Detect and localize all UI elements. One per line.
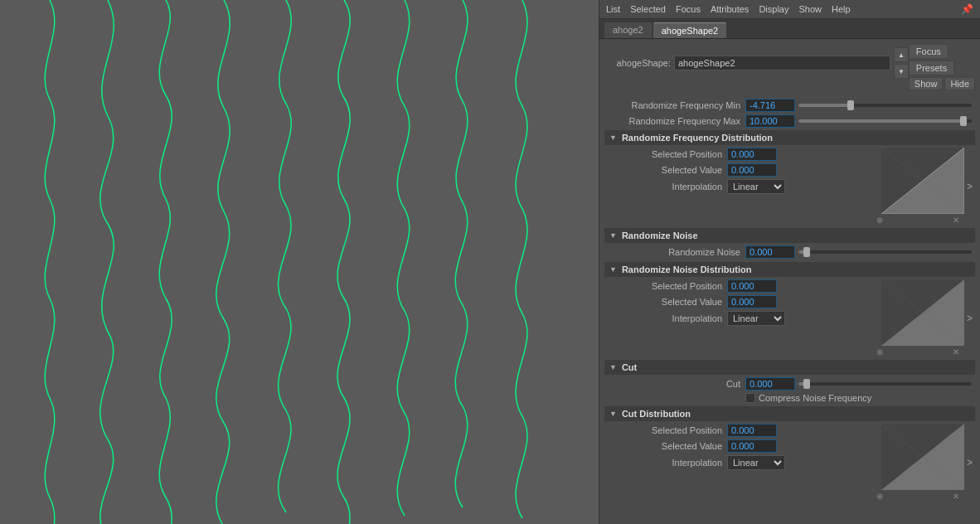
dist-graph-1[interactable] — [881, 148, 964, 214]
cut-dist-header[interactable]: ▼ Cut Distribution — [604, 406, 975, 421]
sel-val-1-input[interactable] — [727, 163, 777, 177]
interp-1-row: Interpolation Linear — [611, 179, 876, 194]
graph-arrow-3[interactable]: > — [964, 457, 975, 468]
rand-noise-slider[interactable] — [798, 250, 972, 254]
graph-person-icon-2[interactable]: ⊕ — [876, 347, 883, 357]
menu-list[interactable]: List — [606, 4, 620, 14]
shape-input[interactable] — [674, 56, 890, 70]
sel-val-3-input[interactable] — [727, 439, 777, 453]
tab-ahogeshape2[interactable]: ahogeShape2 — [653, 22, 727, 38]
hide-button[interactable]: Hide — [944, 77, 975, 90]
graph-arrow-2[interactable]: > — [964, 313, 975, 324]
cut-param-row: Cut — [604, 377, 975, 391]
rand-freq-dist-body: Selected Position Selected Value Interpo… — [604, 148, 975, 225]
copy-down-icon[interactable]: ▼ — [894, 64, 909, 79]
interp-3-row: Interpolation Linear — [611, 455, 876, 470]
graph-bottom-icons-2: ⊕ ✕ — [876, 347, 959, 357]
graph-person-icon-3[interactable]: ⊕ — [876, 492, 883, 501]
interp-2-select[interactable]: Linear — [727, 311, 785, 326]
dist-params-3: Selected Position Selected Value Interpo… — [611, 424, 876, 473]
sel-val-2-input[interactable] — [727, 295, 777, 308]
graph-with-arrow-3: ⊕ ✕ > — [876, 424, 975, 501]
cut-slider[interactable] — [798, 382, 972, 386]
rand-noise-dist-arrow: ▼ — [609, 265, 617, 274]
interp-1-label: Interpolation — [611, 182, 727, 192]
rand-freq-dist-title: Randomize Frequency Distribution — [622, 133, 773, 143]
graph-x-icon-1[interactable]: ✕ — [953, 216, 959, 225]
graph-arrow-1[interactable]: > — [964, 181, 975, 192]
tab-ahoge2[interactable]: ahoge2 — [604, 22, 652, 38]
rand-freq-min-input[interactable] — [745, 99, 795, 112]
tabs-bar: ahoge2 ahogeShape2 — [599, 19, 980, 39]
canvas-svg — [0, 0, 599, 524]
rand-noise-arrow: ▼ — [609, 231, 617, 240]
cut-dist-body: Selected Position Selected Value Interpo… — [604, 424, 975, 501]
sel-val-2-label: Selected Value — [611, 297, 727, 307]
rand-freq-max-row: Randomize Frequency Max — [604, 114, 975, 128]
interp-3-select[interactable]: Linear — [727, 455, 785, 470]
rand-freq-dist-header[interactable]: ▼ Randomize Frequency Distribution — [604, 130, 975, 145]
rand-noise-header[interactable]: ▼ Randomize Noise — [604, 228, 975, 243]
sel-val-3-label: Selected Value — [611, 441, 727, 451]
cut-title: Cut — [622, 362, 637, 372]
sel-pos-3-input[interactable] — [727, 424, 777, 437]
cut-dist-section: ▼ Cut Distribution Selected Position Sel… — [604, 406, 975, 501]
sel-val-3-row: Selected Value — [611, 439, 876, 453]
menu-attributes[interactable]: Attributes — [711, 4, 749, 14]
rand-noise-dist-header[interactable]: ▼ Randomize Noise Distribution — [604, 262, 975, 277]
rand-freq-max-slider[interactable] — [798, 119, 972, 123]
graph-x-icon-2[interactable]: ✕ — [953, 347, 959, 357]
rand-noise-dist-section: ▼ Randomize Noise Distribution Selected … — [604, 262, 975, 357]
sel-pos-2-input[interactable] — [727, 279, 777, 293]
menu-selected[interactable]: Selected — [630, 4, 666, 14]
interp-1-select[interactable]: Linear — [727, 179, 785, 194]
rand-noise-dist-body: Selected Position Selected Value Interpo… — [604, 279, 975, 357]
graph-wrapper-1: ⊕ ✕ — [876, 148, 964, 225]
rand-freq-min-row: Randomize Frequency Min — [604, 99, 975, 112]
sel-pos-1-input[interactable] — [727, 148, 777, 161]
sel-val-2-row: Selected Value — [611, 295, 876, 308]
rand-freq-dist-section: ▼ Randomize Frequency Distribution Selec… — [604, 130, 975, 225]
cut-dist-title: Cut Distribution — [622, 409, 691, 419]
rand-freq-min-slider[interactable] — [798, 104, 972, 107]
menu-help[interactable]: Help — [832, 4, 851, 14]
copy-up-icon[interactable]: ▲ — [894, 47, 909, 62]
pin-icon[interactable]: 📌 — [961, 3, 973, 15]
menu-bar: List Selected Focus Attributes Display S… — [599, 0, 980, 19]
presets-button[interactable]: Presets — [909, 61, 954, 75]
rand-noise-title: Randomize Noise — [622, 230, 698, 240]
cut-input[interactable] — [745, 377, 795, 391]
graph-x-icon-3[interactable]: ✕ — [953, 492, 959, 501]
dist-params-2: Selected Position Selected Value Interpo… — [611, 279, 876, 328]
rand-freq-max-input[interactable] — [745, 114, 795, 128]
cut-section: ▼ Cut Cut Compress Noise Frequency — [604, 360, 975, 403]
focus-button[interactable]: Focus — [909, 44, 948, 59]
sel-pos-1-label: Selected Position — [611, 149, 727, 159]
show-button[interactable]: Show — [909, 77, 944, 90]
sel-val-1-row: Selected Value — [611, 163, 876, 177]
interp-2-row: Interpolation Linear — [611, 311, 876, 326]
panel-content[interactable]: ahogeShape: ▲ ▼ Focus Presets Show Hide — [599, 39, 980, 524]
rand-noise-dist-title: Randomize Noise Distribution — [622, 264, 751, 274]
cut-dist-arrow: ▼ — [609, 410, 617, 418]
graph-with-arrow-2: ⊕ ✕ > — [876, 279, 975, 357]
cut-header[interactable]: ▼ Cut — [604, 360, 975, 375]
right-panel: List Selected Focus Attributes Display S… — [599, 0, 980, 524]
menu-display[interactable]: Display — [759, 4, 788, 14]
interp-2-label: Interpolation — [611, 313, 727, 323]
menu-focus[interactable]: Focus — [676, 4, 701, 14]
rand-noise-input[interactable] — [745, 245, 795, 259]
cut-label: Cut — [604, 379, 745, 389]
graph-bottom-icons-1: ⊕ ✕ — [876, 216, 959, 225]
sel-pos-2-row: Selected Position — [611, 279, 876, 293]
sel-pos-3-label: Selected Position — [611, 425, 727, 435]
menu-show[interactable]: Show — [798, 4, 822, 14]
graph-bottom-icons-3: ⊕ ✕ — [876, 492, 959, 501]
graph-person-icon-1[interactable]: ⊕ — [876, 216, 883, 225]
compress-label: Compress Noise Frequency — [759, 393, 871, 403]
dist-graph-2[interactable] — [881, 279, 964, 346]
compress-checkbox[interactable] — [745, 393, 755, 403]
show-hide-row: Show Hide — [909, 77, 975, 90]
rand-freq-max-label: Randomize Frequency Max — [604, 116, 745, 126]
dist-graph-3[interactable] — [881, 424, 964, 490]
